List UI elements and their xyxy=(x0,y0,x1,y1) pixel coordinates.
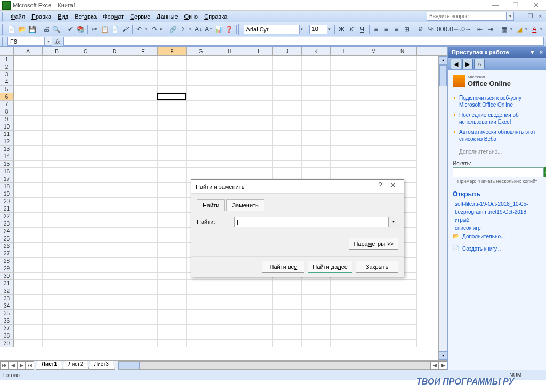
scroll-down-arrow[interactable]: ▾ xyxy=(439,351,447,360)
hyperlink-icon[interactable]: 🔗 xyxy=(168,24,178,35)
cell[interactable] xyxy=(129,265,158,273)
cell[interactable] xyxy=(14,273,43,280)
cell[interactable] xyxy=(71,123,100,131)
cell[interactable] xyxy=(43,220,71,228)
cell[interactable] xyxy=(215,93,244,101)
cell[interactable] xyxy=(359,108,388,116)
align-right-icon[interactable]: ≡ xyxy=(392,24,401,35)
cell[interactable] xyxy=(331,101,359,108)
cell[interactable] xyxy=(215,325,244,332)
cell[interactable] xyxy=(129,250,158,258)
mdi-close[interactable]: × xyxy=(536,13,544,20)
cell[interactable] xyxy=(43,101,71,108)
cell[interactable] xyxy=(129,280,158,287)
cell[interactable] xyxy=(331,56,359,63)
cell[interactable] xyxy=(71,235,100,243)
cell[interactable] xyxy=(158,302,187,310)
cell[interactable] xyxy=(359,123,388,131)
row-header[interactable]: 39 xyxy=(0,340,14,347)
row-header[interactable]: 6 xyxy=(0,93,14,101)
cell[interactable] xyxy=(244,340,273,347)
cell[interactable] xyxy=(331,86,359,93)
cell[interactable] xyxy=(129,108,158,116)
cell[interactable] xyxy=(100,71,129,78)
cell[interactable] xyxy=(187,340,215,347)
row-header[interactable]: 16 xyxy=(0,168,14,175)
save-icon[interactable]: 💾 xyxy=(28,24,37,35)
cell[interactable] xyxy=(14,71,43,78)
cell[interactable] xyxy=(331,280,359,287)
cell[interactable] xyxy=(302,63,331,71)
cell[interactable] xyxy=(43,116,71,123)
cell[interactable] xyxy=(244,168,273,175)
cell[interactable] xyxy=(100,302,129,310)
cell[interactable] xyxy=(302,168,331,175)
cell[interactable] xyxy=(71,168,100,175)
cell[interactable] xyxy=(14,183,43,190)
options-button[interactable]: Параметры >> xyxy=(349,238,398,250)
cell[interactable] xyxy=(14,220,43,228)
cell[interactable] xyxy=(273,101,302,108)
cell[interactable] xyxy=(215,71,244,78)
cell[interactable] xyxy=(100,175,129,183)
cell[interactable] xyxy=(187,93,215,101)
cell[interactable] xyxy=(14,116,43,123)
cell[interactable] xyxy=(244,71,273,78)
cell[interactable] xyxy=(100,161,129,168)
column-header-A[interactable]: A xyxy=(14,47,43,55)
cell[interactable] xyxy=(14,235,43,243)
cell[interactable] xyxy=(43,146,71,153)
cell[interactable] xyxy=(187,280,215,287)
find-all-button[interactable]: Найти все xyxy=(262,261,304,273)
cell[interactable] xyxy=(14,250,43,258)
cell[interactable] xyxy=(100,228,129,235)
cell[interactable] xyxy=(71,93,100,101)
cell[interactable] xyxy=(14,205,43,213)
close-button[interactable]: ✕ xyxy=(528,1,544,9)
cell[interactable] xyxy=(158,175,187,183)
cell[interactable] xyxy=(71,101,100,108)
hscroll-left[interactable]: ◀ xyxy=(430,361,439,370)
cell[interactable] xyxy=(71,175,100,183)
cell[interactable] xyxy=(71,258,100,265)
formula-input[interactable] xyxy=(63,37,544,46)
cell[interactable] xyxy=(244,332,273,340)
tab-replace[interactable]: Заменить xyxy=(226,199,264,211)
autosum-dropdown[interactable]: ▾ xyxy=(189,27,193,31)
cell[interactable] xyxy=(302,101,331,108)
dialog-close-button[interactable]: ✕ xyxy=(387,181,399,192)
align-center-icon[interactable]: ≡ xyxy=(382,24,391,35)
cell[interactable] xyxy=(244,63,273,71)
cell[interactable] xyxy=(43,273,71,280)
cell[interactable] xyxy=(331,138,359,146)
cell[interactable] xyxy=(158,287,187,295)
menu-file[interactable]: Файл xyxy=(7,12,28,21)
cell[interactable] xyxy=(215,340,244,347)
menu-edit[interactable]: Правка xyxy=(28,12,54,21)
cell[interactable] xyxy=(302,325,331,332)
cell[interactable] xyxy=(129,317,158,325)
cell[interactable] xyxy=(71,138,100,146)
tab-find[interactable]: Найти xyxy=(197,199,225,211)
cell[interactable] xyxy=(43,183,71,190)
cell[interactable] xyxy=(388,332,417,340)
cell[interactable] xyxy=(71,295,100,302)
cell[interactable] xyxy=(14,213,43,220)
cell[interactable] xyxy=(187,287,215,295)
cell[interactable] xyxy=(331,161,359,168)
cell[interactable] xyxy=(71,228,100,235)
cell[interactable] xyxy=(129,153,158,161)
nav-back-icon[interactable]: ◀ xyxy=(451,59,461,69)
cell[interactable] xyxy=(331,146,359,153)
cell[interactable] xyxy=(100,250,129,258)
cell[interactable] xyxy=(43,325,71,332)
align-left-icon[interactable]: ≡ xyxy=(371,24,380,35)
cell[interactable] xyxy=(158,250,187,258)
cell[interactable] xyxy=(100,86,129,93)
cell[interactable] xyxy=(71,243,100,250)
font-color-icon[interactable]: А xyxy=(530,24,539,35)
cell[interactable] xyxy=(100,243,129,250)
column-header-J[interactable]: J xyxy=(273,47,302,55)
row-header[interactable]: 2 xyxy=(0,63,14,71)
cell[interactable] xyxy=(14,101,43,108)
